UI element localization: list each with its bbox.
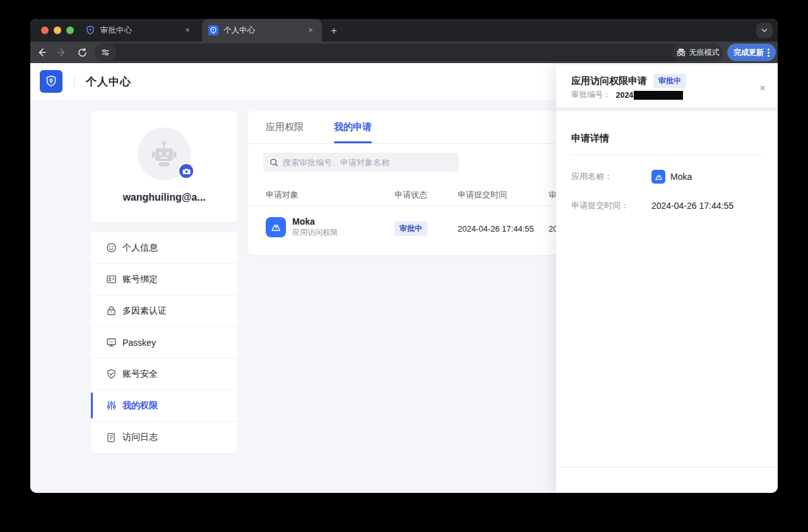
browser-menu-icon[interactable] bbox=[768, 49, 769, 57]
tab-app-permissions[interactable]: 应用权限 bbox=[266, 111, 304, 143]
app-logo bbox=[40, 70, 62, 93]
sidebar-item-account-binding[interactable]: 账号绑定 bbox=[91, 264, 237, 295]
sidebar-menu: 个人信息 账号绑定 多因素认证 Passkey 账号安全 我的权限 bbox=[91, 232, 237, 453]
page-title: 个人中心 bbox=[86, 74, 131, 89]
approval-no-label: 审批编号： bbox=[571, 90, 611, 100]
sidebar-item-access-log[interactable]: 访问日志 bbox=[91, 422, 237, 453]
window-controls bbox=[41, 27, 74, 34]
user-email: wanghuiling@a... bbox=[122, 192, 205, 203]
drawer-field-app-name: 应用名称： Moka bbox=[571, 169, 763, 184]
tab-close-icon[interactable]: × bbox=[182, 25, 193, 35]
field-value-submit-time: 2024-04-26 17:44:55 bbox=[651, 201, 734, 211]
incognito-badge: 无痕模式 bbox=[672, 44, 723, 61]
site-settings-icon[interactable] bbox=[95, 44, 116, 61]
smile-icon bbox=[106, 242, 117, 253]
sidebar-item-label: 账号绑定 bbox=[122, 274, 158, 285]
id-card-icon bbox=[106, 274, 117, 285]
desktop: 审批中心 × 个人中心 × + bbox=[0, 0, 808, 532]
browser-toolbar: 无痕模式 完成更新 bbox=[30, 42, 778, 63]
tab-title: 审批中心 bbox=[100, 25, 182, 36]
search-input[interactable] bbox=[283, 158, 453, 167]
detail-drawer: 应用访问权限申请 审批中 审批编号： 2024 × 申请详情 应用名称： bbox=[556, 66, 778, 493]
search-icon bbox=[270, 158, 278, 167]
sliders-icon bbox=[106, 400, 117, 411]
row-app-type: 应用访问权限 bbox=[292, 227, 338, 237]
tab-strip: 审批中心 × 个人中心 × + bbox=[30, 19, 778, 42]
drawer-title: 应用访问权限申请 bbox=[571, 75, 647, 87]
sidebar-item-passkey[interactable]: Passkey bbox=[91, 327, 237, 358]
sidebar-item-my-permissions[interactable]: 我的权限 bbox=[91, 390, 237, 422]
row-submit-time: 2024-04-26 17:44:55 bbox=[458, 224, 534, 233]
browser-tab-personal-center[interactable]: 个人中心 × bbox=[202, 19, 322, 42]
drawer-separator bbox=[556, 107, 778, 111]
profile-card: wanghuiling@a... bbox=[91, 111, 237, 222]
redacted-approval-number bbox=[634, 91, 683, 100]
robot-avatar-icon bbox=[148, 138, 181, 170]
sidebar-item-mfa[interactable]: 多因素认证 bbox=[91, 295, 237, 327]
tab-my-applications[interactable]: 我的申请 bbox=[334, 111, 372, 143]
drawer-header: 应用访问权限申请 审批中 审批编号： 2024 × bbox=[556, 66, 778, 107]
sidebar-item-label: 访问日志 bbox=[122, 432, 158, 443]
column-header: 申请提交时间 bbox=[458, 189, 507, 201]
row-app-name: Moka bbox=[292, 216, 338, 227]
sidebar-item-label: 账号安全 bbox=[122, 369, 158, 380]
column-header: 申请对象 bbox=[266, 189, 299, 201]
tab-search-button[interactable] bbox=[756, 23, 773, 38]
finish-update-button[interactable]: 完成更新 bbox=[727, 44, 776, 61]
address-bar[interactable] bbox=[95, 44, 696, 61]
sidebar-item-label: 我的权限 bbox=[122, 400, 158, 411]
drawer-field-submit-time: 申请提交时间： 2024-04-26 17:44:55 bbox=[571, 198, 763, 213]
sidebar-item-personal-info[interactable]: 个人信息 bbox=[91, 232, 237, 264]
monitor-icon bbox=[106, 337, 117, 348]
sidebar-item-label: 多因素认证 bbox=[122, 305, 167, 317]
drawer-status-badge: 审批中 bbox=[653, 74, 686, 88]
shield-favicon bbox=[85, 25, 95, 35]
reload-button[interactable] bbox=[73, 44, 91, 61]
change-avatar-button[interactable] bbox=[178, 163, 194, 179]
shield-favicon-active bbox=[208, 25, 218, 35]
sidebar-item-label: Passkey bbox=[122, 338, 156, 348]
field-label: 申请提交时间： bbox=[571, 200, 651, 211]
tab-close-icon[interactable]: × bbox=[306, 25, 316, 35]
header-divider bbox=[74, 74, 74, 88]
close-window-button[interactable] bbox=[41, 27, 49, 34]
shield-check-icon bbox=[106, 369, 117, 379]
lock-icon bbox=[106, 305, 117, 316]
back-button[interactable] bbox=[33, 44, 50, 61]
shield-logo-icon bbox=[44, 74, 58, 88]
camera-icon bbox=[182, 167, 191, 175]
browser-tab-approval-center[interactable]: 审批中心 × bbox=[79, 19, 199, 42]
column-header: 申请状态 bbox=[395, 189, 427, 201]
incognito-label: 无痕模式 bbox=[689, 47, 720, 58]
forward-button[interactable] bbox=[53, 44, 71, 61]
search-box[interactable] bbox=[263, 153, 459, 172]
zoom-window-button[interactable] bbox=[66, 27, 74, 34]
drawer-body: 申请详情 应用名称： Moka 申请提交时间： 2024-04-26 17:44… bbox=[556, 133, 778, 213]
moka-app-icon-small bbox=[651, 170, 665, 184]
sidebar-item-account-security[interactable]: 账号安全 bbox=[91, 358, 237, 390]
web-page: 个人中心 bbox=[30, 63, 778, 493]
browser-window: 审批中心 × 个人中心 × + bbox=[30, 19, 778, 493]
incognito-icon bbox=[676, 48, 686, 57]
drawer-footer-divider bbox=[556, 467, 778, 468]
tab-title: 个人中心 bbox=[223, 25, 306, 36]
drawer-close-icon[interactable]: × bbox=[756, 82, 769, 95]
moka-app-icon bbox=[266, 217, 286, 237]
chevron-down-icon bbox=[761, 27, 768, 34]
field-value-app-name: Moka bbox=[670, 172, 692, 182]
drawer-section-title: 申请详情 bbox=[571, 133, 763, 155]
field-label: 应用名称： bbox=[571, 171, 651, 182]
status-badge: 审批中 bbox=[395, 222, 427, 236]
new-tab-button[interactable]: + bbox=[327, 24, 341, 38]
approval-no-prefix: 2024 bbox=[616, 91, 634, 100]
finish-update-label: 完成更新 bbox=[734, 47, 764, 58]
log-icon bbox=[106, 432, 117, 443]
minimize-window-button[interactable] bbox=[54, 27, 61, 34]
sidebar-item-label: 个人信息 bbox=[122, 242, 158, 254]
